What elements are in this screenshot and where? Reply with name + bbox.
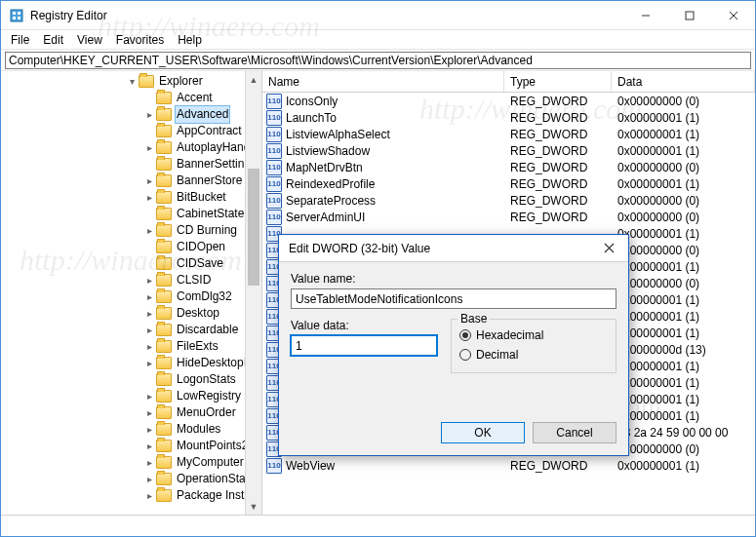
chevron-right-icon[interactable]: ▸	[142, 139, 156, 156]
tree-item[interactable]: BannerSetting	[1, 156, 261, 173]
tree-label: FileExts	[175, 338, 220, 355]
scroll-up-icon[interactable]: ▲	[246, 71, 261, 88]
value-data: 0x00000001 (1)	[612, 227, 755, 241]
chevron-right-icon[interactable]	[142, 206, 156, 222]
chevron-right-icon[interactable]: ▸	[142, 106, 156, 123]
tree-item[interactable]: ▸ComDlg32	[1, 288, 261, 305]
col-header-name[interactable]: Name	[262, 71, 504, 92]
value-data: 0x00000001 (1)	[612, 260, 755, 274]
tree-item[interactable]: ▸MenuOrder	[1, 404, 261, 421]
tree-item-explorer[interactable]: ▾Explorer	[1, 73, 261, 90]
chevron-right-icon[interactable]: ▸	[142, 471, 156, 487]
chevron-right-icon[interactable]: ▸	[142, 272, 156, 288]
tree-item[interactable]: ▸Package Instal	[1, 487, 261, 504]
col-header-data[interactable]: Data	[612, 71, 755, 92]
chevron-right-icon[interactable]: ▸	[142, 322, 156, 338]
chevron-right-icon[interactable]: ▸	[142, 388, 156, 404]
maximize-button[interactable]	[667, 1, 711, 29]
chevron-right-icon[interactable]: ▸	[142, 355, 156, 371]
value-row[interactable]: 110ListviewShadowREG_DWORD0x00000001 (1)	[262, 142, 755, 159]
svg-rect-1	[13, 12, 16, 15]
chevron-right-icon[interactable]	[142, 255, 156, 272]
dialog-close-button[interactable]	[589, 235, 628, 262]
chevron-right-icon[interactable]: ▸	[142, 338, 156, 355]
tree-item[interactable]: CabinetState	[1, 206, 261, 222]
address-input[interactable]	[5, 52, 751, 69]
tree-item[interactable]: ▸OperationStat	[1, 471, 261, 487]
dword-icon: 110	[266, 110, 282, 126]
tree-item[interactable]: ▸AutoplayHandl	[1, 139, 261, 156]
tree-pane[interactable]: ▾Explorer Accent▸Advanced AppContract▸Au…	[1, 71, 262, 515]
tree-item[interactable]: ▸Desktop	[1, 305, 261, 322]
col-header-type[interactable]: Type	[504, 71, 612, 92]
tree-item[interactable]: ▸MyComputer	[1, 454, 261, 471]
scroll-thumb[interactable]	[248, 169, 259, 286]
radio-decimal[interactable]: Decimal	[459, 345, 608, 364]
tree-item[interactable]: LogonStats	[1, 371, 261, 388]
value-name: ListviewShadow	[286, 144, 370, 158]
menu-view[interactable]: View	[71, 32, 108, 48]
tree-item[interactable]: ▸CLSID	[1, 272, 261, 288]
menu-edit[interactable]: Edit	[37, 32, 69, 48]
chevron-right-icon[interactable]: ▸	[142, 487, 156, 504]
value-data-input[interactable]	[291, 335, 437, 356]
chevron-right-icon[interactable]: ▸	[142, 288, 156, 305]
menu-help[interactable]: Help	[172, 32, 208, 48]
chevron-right-icon[interactable]	[142, 123, 156, 139]
radio-hexadecimal[interactable]: Hexadecimal	[459, 326, 608, 345]
scroll-down-icon[interactable]: ▼	[246, 498, 261, 515]
tree-item[interactable]: ▸Advanced	[1, 106, 261, 123]
chevron-right-icon[interactable]	[142, 156, 156, 173]
tree-label: Explorer	[157, 73, 205, 90]
folder-icon	[156, 423, 172, 436]
value-row[interactable]: 110MapNetDrvBtnREG_DWORD0x00000000 (0)	[262, 159, 755, 175]
tree-scrollbar[interactable]: ▲ ▼	[245, 71, 261, 515]
value-name: MapNetDrvBtn	[286, 161, 363, 174]
value-row[interactable]: 110ReindexedProfileREG_DWORD0x00000001 (…	[262, 175, 755, 192]
folder-icon	[156, 125, 172, 137]
chevron-right-icon[interactable]: ▸	[142, 305, 156, 322]
chevron-right-icon[interactable]	[142, 90, 156, 106]
chevron-right-icon[interactable]: ▸	[142, 454, 156, 471]
chevron-right-icon[interactable]: ▸	[142, 222, 156, 239]
tree-item[interactable]: ▸CD Burning	[1, 222, 261, 239]
value-row[interactable]: 110LaunchToREG_DWORD0x00000001 (1)	[262, 109, 755, 126]
value-row[interactable]: 110IconsOnlyREG_DWORD0x00000000 (0)	[262, 93, 755, 109]
chevron-right-icon[interactable]: ▸	[142, 421, 156, 438]
tree-item[interactable]: ▸Modules	[1, 421, 261, 438]
value-row[interactable]: 110SeparateProcessREG_DWORD0x00000000 (0…	[262, 192, 755, 209]
svg-rect-3	[13, 17, 16, 19]
tree-item[interactable]: ▸BannerStore	[1, 173, 261, 189]
chevron-down-icon[interactable]: ▾	[125, 73, 139, 90]
tree-item[interactable]: Accent	[1, 90, 261, 106]
tree-label: BannerStore	[175, 173, 244, 189]
tree-item[interactable]: CIDSave	[1, 255, 261, 272]
tree-item[interactable]: CIDOpen	[1, 239, 261, 255]
tree-item[interactable]: ▸Discardable	[1, 322, 261, 338]
chevron-right-icon[interactable]: ▸	[142, 173, 156, 189]
folder-icon	[156, 373, 172, 386]
tree-item[interactable]: ▸LowRegistry	[1, 388, 261, 404]
chevron-right-icon[interactable]: ▸	[142, 189, 156, 206]
value-row[interactable]: 110WebViewREG_DWORD0x00000001 (1)	[262, 457, 755, 474]
close-button[interactable]	[711, 1, 755, 29]
menu-favorites[interactable]: Favorites	[110, 32, 170, 48]
tree-item[interactable]: ▸MountPoints2	[1, 438, 261, 454]
tree-item[interactable]: AppContract	[1, 123, 261, 139]
value-row[interactable]: 110ListviewAlphaSelectREG_DWORD0x0000000…	[262, 126, 755, 142]
chevron-right-icon[interactable]: ▸	[142, 438, 156, 454]
minimize-button[interactable]	[623, 1, 667, 29]
value-name-input[interactable]	[291, 288, 617, 309]
value-name: WebView	[286, 459, 335, 473]
tree-item[interactable]: ▸HideDesktopIc	[1, 355, 261, 371]
tree-item[interactable]: ▸FileExts	[1, 338, 261, 355]
tree-item[interactable]: ▸BitBucket	[1, 189, 261, 206]
chevron-right-icon[interactable]: ▸	[142, 404, 156, 421]
value-data: 0x00000000 (0)	[612, 211, 755, 224]
chevron-right-icon[interactable]	[142, 371, 156, 388]
chevron-right-icon[interactable]	[142, 239, 156, 255]
ok-button[interactable]: OK	[441, 422, 525, 443]
menu-file[interactable]: File	[5, 32, 35, 48]
value-row[interactable]: 110ServerAdminUIREG_DWORD0x00000000 (0)	[262, 209, 755, 225]
cancel-button[interactable]: Cancel	[533, 422, 617, 443]
